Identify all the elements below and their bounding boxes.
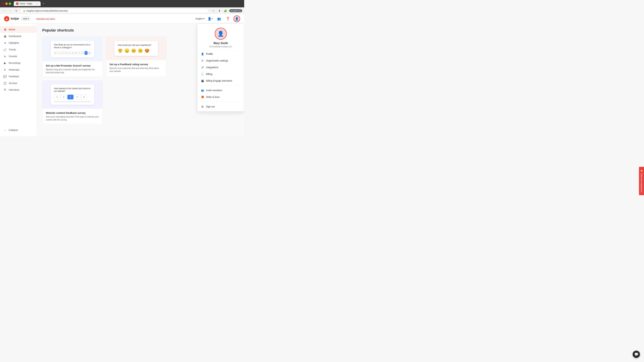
nps-btn-1[interactable]: 1 [57,51,60,55]
incognito-badge[interactable]: Incognito (2) [229,9,242,12]
tab-close-btn[interactable]: × [36,2,38,5]
sidebar-item-funnels[interactable]: ⊳ Funnels [0,53,37,60]
title-bar: 🔥 Home - Hotjar × + [0,0,244,7]
site-label: web [23,17,27,20]
collapse-icon: ← [3,128,7,132]
recordings-icon: ▶ [3,61,7,65]
sidebar-item-recordings[interactable]: ▶ Recordings [0,60,37,66]
dropdown-item-integrations[interactable]: 🔗 Integrations [198,64,244,71]
window-maximize-btn[interactable] [9,2,11,5]
rel-btn-3[interactable]: 3 [68,95,74,99]
nps-btn-0[interactable]: 0 [54,51,57,55]
surveys-icon: 📋 [3,81,7,85]
site-selector[interactable]: web ▾ [21,16,31,21]
profile-avatar-icon: 👤 [217,30,224,37]
emoji-neutral[interactable]: 😐 [131,48,136,53]
dropdown-divider [198,85,244,86]
sidebar-heatmaps-label: Heatmaps [9,68,20,71]
sidebar-collapse-btn[interactable]: ← Collapse [0,127,37,133]
top-nav: 🔥 hotjar web ▾ Upgrade your plans Englis… [0,14,244,23]
heatmaps-icon: 🌡 [3,68,7,71]
content-card-body: Website content feedback survey Does you… [42,109,102,124]
window-close-btn[interactable] [2,2,4,5]
dropdown-item-refer[interactable]: 🎁 Refer & Earn [198,94,244,100]
content-preview: How relevant is the content you found on… [42,80,102,109]
new-tab-btn[interactable]: + [41,1,46,6]
extensions-btn[interactable]: 🧩 [223,8,228,13]
sidebar-item-heatmaps[interactable]: 🌡 Heatmaps [0,66,37,73]
dropdown-item-billing-engage[interactable]: 🎬 Billing Engage interviews [198,77,244,84]
nav-reload-btn[interactable]: ↻ [14,8,19,13]
bookmark-btn[interactable]: ☆ [211,8,216,13]
language-selector[interactable]: English ▾ [196,17,204,20]
integrations-label: Integrations [206,66,218,69]
download-btn[interactable]: ⬇ [217,8,222,13]
nps-btn-9[interactable]: 9 [84,51,88,55]
nps-btn-5[interactable]: 5 [71,51,74,55]
refer-label: Refer & Earn [206,96,220,98]
nps-card-title: Set up a Net Promoter Score® survey [46,64,99,67]
emoji-angry[interactable]: 😤 [118,48,123,53]
invite-icon: 👥 [201,89,204,92]
sidebar-item-dashboards[interactable]: ▦ Dashboards [0,33,37,39]
nps-card[interactable]: How likely are you to recommend us to a … [42,36,103,77]
sidebar-item-interviews[interactable]: 🎙 Interviews [0,86,37,93]
language-label: English [196,17,203,20]
nps-btn-4[interactable]: 4 [68,51,70,55]
add-user-btn[interactable]: 👤+ [207,16,213,22]
content-card[interactable]: How relevant is the content you found on… [42,80,103,124]
rel-btn-4[interactable]: 4 [74,95,80,99]
active-tab[interactable]: 🔥 Home - Hotjar × [14,1,40,6]
dropdown-item-signout[interactable]: ⏻ Sign out [198,103,244,110]
home-icon: ⊞ [3,28,7,31]
nav-back-btn[interactable]: ← [2,8,7,13]
nps-btn-2[interactable]: 2 [61,51,64,55]
dropdown-item-invite[interactable]: 👥 Invite members [198,87,244,94]
sidebar-funnels-label: Funnels [9,55,17,58]
nps-btn-7[interactable]: 7 [78,51,81,55]
refer-icon: 🎁 [201,95,204,99]
emoji-sad[interactable]: 😞 [124,48,130,53]
profile-menu-icon: 👤 [201,52,204,56]
dropdown-item-billing[interactable]: 🧾 Billing [198,71,244,77]
avatar-btn[interactable]: 👤 [234,15,240,22]
window-minimize-btn[interactable] [5,2,8,5]
sidebar-item-feedback[interactable]: 💬 Feedback [0,73,37,80]
address-bar[interactable]: 🔒 insights.hotjar.com/sites/3825551/over… [20,8,208,13]
rel-btn-2[interactable]: 2 [61,95,67,99]
dropdown-item-profile[interactable]: 👤 Profile [198,51,244,57]
url-text: insights.hotjar.com/sites/3825551/overvi… [26,9,68,12]
relevance-scale: 1 2 3 4 5 [54,95,91,102]
nps-btn-6[interactable]: 6 [74,51,77,55]
rel-btn-1[interactable]: 1 [54,95,60,99]
site-selector-chevron: ▾ [28,17,29,20]
profile-header: 👤 Mary Smith 6167ae94@moodjoy.com [198,24,244,51]
rel-line-1 [54,101,72,102]
feedback-card[interactable]: How would you rate your experience? 😤 😞 … [106,36,166,77]
nps-btn-10[interactable]: 10 [88,51,91,55]
sidebar-item-home[interactable]: ⊞ Home [0,26,37,33]
sidebar-interviews-label: Interviews [9,88,19,91]
tab-favicon: 🔥 [16,2,18,5]
user-btn[interactable]: 👥 [216,16,222,22]
sidebar-item-highlights[interactable]: ✦ Highlights [0,39,37,46]
rel-btn-5[interactable]: 5 [81,95,87,99]
nps-btn-8[interactable]: 8 [81,51,84,55]
emoji-love[interactable]: 😍 [144,48,150,53]
sidebar-item-trends[interactable]: 📈 Trends [0,46,37,53]
profile-email: 6167ae94@moodjoy.com [209,45,232,48]
dropdown-item-org-settings[interactable]: ⚙ Organization settings [198,57,244,64]
emoji-happy[interactable]: 🙂 [138,48,143,53]
sidebar-item-surveys[interactable]: 📋 Surveys [0,80,37,86]
feedback-preview: How would you rate your experience? 😤 😞 … [106,37,166,60]
nav-forward-btn[interactable]: → [8,8,13,13]
upgrade-link[interactable]: Upgrade your plans [36,17,55,20]
hotjar-logo-text: hotjar [11,17,19,20]
rel-line-2 [73,101,91,102]
nps-btn-3[interactable]: 3 [64,51,67,55]
sidebar-trends-label: Trends [9,48,16,51]
signout-label: Sign out [206,105,215,108]
help-btn[interactable]: ❓ [225,16,231,22]
invite-label: Invite members [206,89,222,92]
nps-preview: How likely are you to recommend us to a … [42,37,102,61]
